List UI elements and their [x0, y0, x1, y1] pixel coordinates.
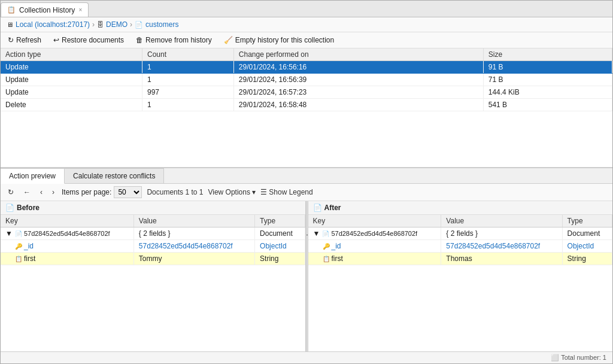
breadcrumb-server[interactable]: Local (localhost:27017) [16, 20, 90, 29]
col-key: 📋first [1, 253, 133, 265]
breadcrumb-db[interactable]: DEMO [106, 20, 128, 29]
col-type: String [562, 253, 612, 265]
nav-back-start-button[interactable]: ← [21, 187, 33, 198]
col-value: 57d28452ed5d4d54e868702f [133, 240, 254, 253]
cell-date: 29/01/2024, 16:57:23 [233, 86, 483, 99]
cell-action: Update [1, 74, 142, 86]
key-link[interactable]: _id [24, 242, 34, 250]
key-icon: 🔑 [15, 243, 22, 250]
cell-action: Update [1, 86, 142, 99]
cell-count: 1 [142, 99, 234, 111]
after-col-type: Type [562, 215, 612, 228]
refresh-preview-button[interactable]: ↻ [5, 187, 16, 198]
col-count: Count [142, 48, 234, 61]
col-change-performed: Change performed on [233, 48, 483, 61]
col-key: 🔑_id [1, 240, 133, 253]
items-per-page-label: Items per page: [62, 188, 111, 196]
data-row: 📋first Tommy String [1, 253, 305, 265]
nav-back-button[interactable]: ‹ [38, 187, 45, 198]
refresh-button[interactable]: ↻ Refresh [5, 35, 44, 46]
before-data-table: Key Value Type ▼📄57d28452ed5d4d54e868702… [1, 215, 305, 265]
history-row[interactable]: Update 1 29/01/2024, 16:56:16 91 B [1, 61, 612, 74]
key-icon: 📄 [322, 230, 329, 237]
refresh-icon: ↻ [8, 36, 14, 44]
col-value: Thomas [441, 253, 562, 265]
view-options-button[interactable]: View Options ▾ [208, 188, 256, 196]
col-type: ObjectId [562, 240, 612, 253]
show-legend-button[interactable]: ☰ Show Legend [260, 188, 312, 196]
col-type: String [255, 253, 305, 265]
status-text: ⬜ Total number: 1 [551, 354, 606, 361]
restore-documents-button[interactable]: ↩ Restore documents [51, 35, 126, 46]
view-options-label: View Options ▾ [208, 188, 256, 196]
items-per-page-select[interactable]: 50 25 100 [114, 186, 142, 198]
history-row[interactable]: Update 997 29/01/2024, 16:57:23 144.4 Ki… [1, 86, 612, 99]
before-icon: 📄 [5, 204, 14, 212]
col-key: ▼📄57d28452ed5d4d54e868702f [1, 228, 133, 240]
docs-info: Documents 1 to 1 [147, 188, 203, 196]
value-text: { 2 fields } [139, 229, 171, 238]
col-key: 🔑_id [308, 240, 441, 253]
cell-action: Delete [1, 99, 142, 111]
key-link[interactable]: _id [332, 242, 341, 250]
cell-size: 541 B [483, 99, 612, 111]
tab-calculate-restore[interactable]: Calculate restore conflicts [65, 168, 164, 183]
divider-line [306, 235, 308, 235]
remove-from-history-button[interactable]: 🗑 Remove from history [133, 35, 214, 46]
data-row: 🔑_id 57d28452ed5d4d54e868702f ObjectId [1, 240, 305, 253]
collection-history-tab[interactable]: 📋 Collection History × [1, 2, 89, 17]
after-col-key: Key [308, 215, 441, 228]
col-size: Size [483, 48, 612, 61]
data-row: 🔑_id 57d28452ed5d4d54e868702f ObjectId [308, 240, 612, 253]
cell-action: Update [1, 61, 142, 74]
cell-size: 91 B [483, 61, 612, 74]
before-title: Before [17, 204, 40, 212]
cell-size: 144.4 KiB [483, 86, 612, 99]
expand-icon[interactable]: ▼ [5, 229, 13, 238]
col-value: { 2 fields } [133, 228, 254, 240]
breadcrumb-icon-server: 🖥 [7, 21, 13, 28]
nav-forward-button[interactable]: › [50, 187, 57, 198]
after-title: After [324, 204, 341, 212]
key-icon: 🔑 [323, 243, 330, 250]
main-window: 📋 Collection History × 🖥 Local (localhos… [0, 0, 613, 364]
history-table-header: Action type Count Change performed on Si… [1, 48, 612, 61]
tab-action-preview[interactable]: Action preview [1, 168, 65, 184]
col-key: 📋first [308, 253, 441, 265]
breadcrumb: 🖥 Local (localhost:27017) › 🗄 DEMO › 📄 c… [1, 17, 612, 32]
value-text: Thomas [446, 254, 472, 263]
breadcrumb-sep-1: › [92, 20, 95, 29]
empty-icon: 🧹 [224, 36, 233, 44]
after-icon: 📄 [313, 204, 322, 212]
key-text: 57d28452ed5d4d54e868702f [331, 230, 417, 237]
cell-date: 29/01/2024, 16:56:16 [233, 61, 483, 74]
expand-icon[interactable]: ▼ [313, 229, 320, 238]
value-link[interactable]: 57d28452ed5d4d54e868702f [446, 242, 540, 250]
data-row: 📋first Thomas String [308, 253, 612, 265]
key-icon: 📋 [323, 256, 330, 262]
after-panel: 📄 After Key Value Type ▼📄57d28452ed5d4d5… [308, 201, 613, 351]
history-row[interactable]: Delete 1 29/01/2024, 16:58:48 541 B [1, 99, 612, 111]
empty-history-button[interactable]: 🧹 Empty history for this collection [221, 35, 336, 46]
main-toolbar: ↻ Refresh ↩ Restore documents 🗑 Remove f… [1, 32, 612, 48]
tab-bar: 📋 Collection History × [1, 1, 612, 17]
cell-count: 1 [142, 74, 234, 86]
key-icon: 📄 [15, 230, 22, 237]
tab-close-button[interactable]: × [78, 7, 82, 13]
after-table-header: Key Value Type [308, 215, 612, 228]
tab-icon: 📋 [7, 6, 16, 14]
lower-section: Action preview Calculate restore conflic… [1, 168, 612, 363]
after-data-table: Key Value Type ▼📄57d28452ed5d4d54e868702… [308, 215, 613, 265]
panel-divider [306, 201, 308, 351]
show-legend-label: Show Legend [269, 188, 312, 196]
after-col-value: Value [441, 215, 562, 228]
before-panel-header: 📄 Before [1, 201, 305, 215]
items-per-page-control: Items per page: 50 25 100 [62, 186, 142, 198]
preview-toolbar: ↻ ← ‹ › Items per page: 50 25 100 Docume… [1, 184, 612, 201]
before-col-value: Value [133, 215, 254, 228]
breadcrumb-sep-2: › [130, 20, 132, 29]
breadcrumb-collection[interactable]: customers [145, 20, 178, 29]
value-link[interactable]: 57d28452ed5d4d54e868702f [139, 242, 233, 250]
history-row[interactable]: Update 1 29/01/2024, 16:56:39 71 B [1, 74, 612, 86]
legend-icon: ☰ [260, 188, 267, 196]
